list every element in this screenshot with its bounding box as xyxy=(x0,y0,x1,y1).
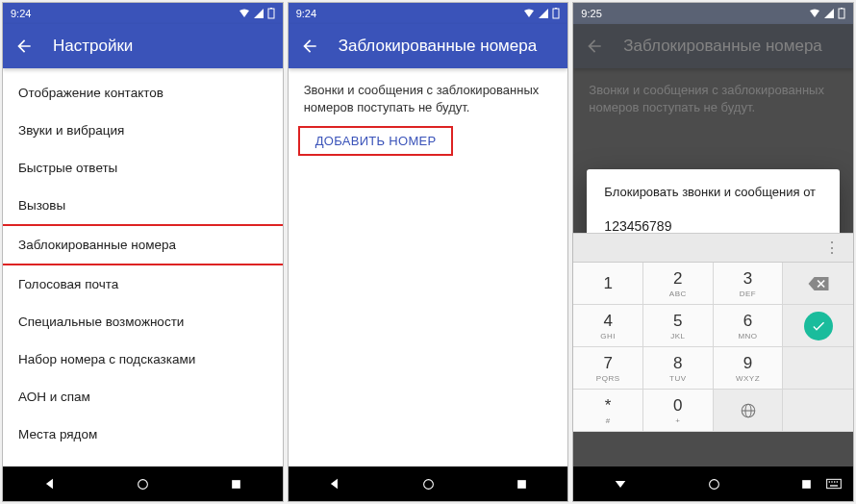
nav-recent-icon[interactable] xyxy=(230,478,242,491)
status-icons xyxy=(809,8,845,19)
empty-key xyxy=(783,390,853,432)
app-bar: Заблокированные номера xyxy=(289,24,568,68)
settings-item[interactable]: Вызовы xyxy=(3,187,283,224)
clock: 9:25 xyxy=(581,8,601,19)
settings-item[interactable]: Набор номера с подсказками xyxy=(3,340,283,378)
svg-rect-7 xyxy=(517,480,526,489)
settings-item[interactable]: Заблокированные номера xyxy=(3,224,283,265)
screen-block-dialog: 9:25 Заблокированные номера Звонки и соо… xyxy=(572,2,854,502)
key-*[interactable]: *# xyxy=(573,390,643,432)
language-key[interactable] xyxy=(714,390,784,432)
key-6[interactable]: 6MNO xyxy=(714,305,784,347)
app-bar-title: Заблокированные номера xyxy=(623,37,821,56)
nav-back-down-icon[interactable] xyxy=(614,477,627,491)
numeric-keypad: ⋮ 12ABC3DEF4GHI5JKL6MNO7PQRS8TUV9WXYZ*#0… xyxy=(573,233,853,432)
key-7[interactable]: 7PQRS xyxy=(573,347,643,390)
wifi-icon xyxy=(523,9,535,18)
settings-list: Отображение контактовЗвуки и вибрацияБыс… xyxy=(3,68,283,459)
settings-item[interactable]: Быстрые ответы xyxy=(3,149,283,187)
back-icon[interactable] xyxy=(300,37,319,56)
clock: 9:24 xyxy=(296,8,316,19)
settings-content: Отображение контактовЗвуки и вибрацияБыс… xyxy=(3,68,283,466)
clock: 9:24 xyxy=(11,8,31,19)
back-icon[interactable] xyxy=(585,37,604,56)
status-bar: 9:25 xyxy=(573,3,853,24)
empty-key xyxy=(783,347,853,390)
svg-rect-19 xyxy=(830,485,838,486)
settings-item[interactable]: Звуки и вибрация xyxy=(3,112,283,149)
status-bar: 9:24 xyxy=(3,3,283,24)
wifi-icon xyxy=(239,9,250,18)
keyboard-icon[interactable] xyxy=(826,478,842,490)
svg-rect-18 xyxy=(837,481,838,482)
confirm-key[interactable] xyxy=(783,305,853,347)
keypad-preview: ⋮ xyxy=(573,234,853,263)
settings-item[interactable]: Отображение контактов xyxy=(3,74,283,112)
svg-rect-9 xyxy=(841,8,843,9)
signal-icon xyxy=(254,9,264,18)
screen-settings: 9:24 Настройки Отображение контактовЗвук… xyxy=(2,2,284,502)
key-2[interactable]: 2ABC xyxy=(643,263,714,305)
settings-item[interactable]: Специальные возможности xyxy=(3,303,283,340)
svg-point-12 xyxy=(709,479,718,489)
svg-rect-17 xyxy=(834,481,835,482)
nav-back-icon[interactable] xyxy=(43,477,57,491)
svg-point-6 xyxy=(424,479,434,489)
battery-icon xyxy=(552,8,560,19)
nav-home-icon[interactable] xyxy=(422,478,435,491)
key-4[interactable]: 4GHI xyxy=(573,305,643,347)
key-0[interactable]: 0+ xyxy=(643,390,714,432)
svg-point-2 xyxy=(138,479,148,489)
battery-icon xyxy=(267,8,275,19)
info-text: Звонки и сообщения с заблокированных ном… xyxy=(289,68,568,126)
system-nav xyxy=(3,466,283,501)
app-bar: Настройки xyxy=(3,24,283,68)
key-3[interactable]: 3DEF xyxy=(714,263,784,305)
svg-rect-0 xyxy=(268,9,274,18)
system-nav xyxy=(289,466,568,501)
battery-icon xyxy=(838,8,845,19)
svg-rect-1 xyxy=(270,8,272,9)
app-bar-title: Заблокированные номера xyxy=(339,37,537,56)
dialog-title: Блокировать звонки и сообщения от xyxy=(604,185,822,199)
backspace-key[interactable] xyxy=(783,263,853,305)
svg-rect-16 xyxy=(831,481,832,482)
key-1[interactable]: 1 xyxy=(573,263,643,305)
blocked-content: Звонки и сообщения с заблокированных ном… xyxy=(289,68,568,466)
back-icon[interactable] xyxy=(14,37,34,56)
settings-item[interactable]: Голосовая почта xyxy=(3,265,283,303)
key-8[interactable]: 8TUV xyxy=(643,347,714,390)
screen-blocked-list: 9:24 Заблокированные номера Звонки и соо… xyxy=(288,2,569,502)
nav-home-icon[interactable] xyxy=(137,478,149,491)
nav-back-icon[interactable] xyxy=(328,477,341,491)
signal-icon xyxy=(824,9,834,18)
key-5[interactable]: 5JKL xyxy=(643,305,714,347)
dialog-content: Звонки и сообщения с заблокированных ном… xyxy=(573,68,853,466)
nav-recent-icon[interactable] xyxy=(516,478,528,491)
svg-rect-14 xyxy=(827,479,842,488)
add-number-button[interactable]: ДОБАВИТЬ НОМЕР xyxy=(298,126,454,156)
status-bar: 9:24 xyxy=(289,3,568,24)
status-icons xyxy=(523,8,560,19)
svg-rect-13 xyxy=(802,480,811,489)
app-bar: Заблокированные номера xyxy=(573,24,853,68)
svg-rect-5 xyxy=(555,8,557,9)
svg-rect-8 xyxy=(839,9,844,18)
signal-icon xyxy=(539,9,548,18)
wifi-icon xyxy=(809,9,820,18)
status-icons xyxy=(239,8,275,19)
settings-item[interactable]: Места рядом xyxy=(3,416,283,453)
svg-rect-4 xyxy=(553,9,559,18)
nav-recent-icon[interactable] xyxy=(800,478,813,491)
svg-rect-3 xyxy=(232,480,240,489)
app-bar-title: Настройки xyxy=(53,37,133,56)
nav-home-icon[interactable] xyxy=(708,478,720,491)
key-9[interactable]: 9WXYZ xyxy=(714,347,784,390)
system-nav xyxy=(573,466,853,501)
settings-item[interactable]: АОН и спам xyxy=(3,378,283,416)
svg-rect-15 xyxy=(829,481,830,482)
